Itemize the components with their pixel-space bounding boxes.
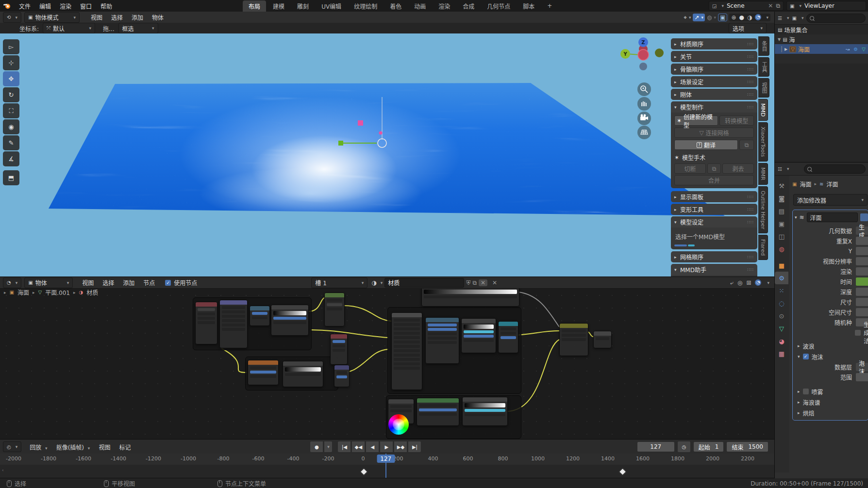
- sidebar-tab-mmr[interactable]: MMR: [758, 163, 768, 185]
- menu-add[interactable]: 添加: [127, 12, 148, 22]
- properties-search-input[interactable]: [804, 164, 866, 174]
- sidebar-tab-view[interactable]: 视图: [758, 78, 769, 98]
- use-nodes-checkbox[interactable]: ✓: [165, 280, 171, 286]
- menu-edit[interactable]: 编辑: [35, 1, 55, 11]
- pan-view-button[interactable]: [637, 97, 651, 111]
- node-menu-view[interactable]: 视图: [78, 277, 98, 288]
- tool-rotate[interactable]: ↻: [3, 87, 19, 102]
- mesh-data-icon[interactable]: ▽: [862, 47, 868, 52]
- jump-end-button[interactable]: ▶|: [408, 441, 421, 453]
- add-modifier-dropdown[interactable]: 添加修改器▾: [793, 194, 868, 206]
- render-resolution-field[interactable]: [856, 267, 868, 276]
- add-workspace-button[interactable]: +: [541, 1, 558, 11]
- tab-object[interactable]: ■: [775, 259, 788, 272]
- shader-node[interactable]: [195, 302, 217, 344]
- tab-shading[interactable]: 着色: [384, 0, 407, 12]
- panel-joints[interactable]: ▸关节∷∷: [671, 51, 757, 62]
- tab-modifiers[interactable]: ⚙: [775, 272, 788, 284]
- node-menu-select[interactable]: 选择: [98, 277, 118, 288]
- expand-icon[interactable]: ▶: [785, 47, 787, 51]
- material-name-field[interactable]: 材质: [384, 278, 464, 288]
- panel-mmd-helper[interactable]: ▾MMD助手∷∷: [671, 264, 757, 275]
- perspective-toggle-button[interactable]: [637, 126, 651, 139]
- select-visibility-dropdown[interactable]: ⌖▾: [684, 14, 691, 21]
- shader-node[interactable]: [250, 306, 270, 326]
- shader-node[interactable]: [593, 331, 612, 348]
- frame-end-field[interactable]: 结束1500: [726, 441, 768, 452]
- panel-rigid-body[interactable]: ▸刚体∷∷: [671, 89, 757, 100]
- shader-editor[interactable]: ▸ ▣ 海面 ▸ ▽ 平面.001 ▸ ◑ 材质: [0, 277, 774, 439]
- sidebar-tab-mmd[interactable]: MMD: [758, 99, 768, 121]
- gizmo-toggle[interactable]: ↗▾: [693, 14, 705, 21]
- tab-render[interactable]: ◙: [775, 192, 788, 205]
- foam-range-field[interactable]: [856, 373, 868, 381]
- camera-view-button[interactable]: [637, 112, 651, 125]
- convert-model-button[interactable]: 转换模型: [719, 115, 754, 126]
- tab-rendering[interactable]: 渲染: [433, 0, 456, 12]
- tab-uv[interactable]: UV编辑: [316, 0, 347, 12]
- size-field[interactable]: [856, 298, 868, 306]
- tool-select-box[interactable]: ▻: [3, 39, 19, 54]
- shader-node[interactable]: [559, 323, 588, 356]
- shader-node[interactable]: [330, 334, 348, 365]
- subpanel-waves[interactable]: ▸波浪: [795, 341, 868, 351]
- animation-icon[interactable]: ↝: [846, 47, 850, 52]
- sidebar-tab-xiaoertools[interactable]: XiaoerTools: [758, 122, 768, 161]
- keyframe-diamond[interactable]: [619, 468, 627, 476]
- tool-measure[interactable]: ∡: [3, 151, 19, 166]
- shading-material-icon[interactable]: ◑: [747, 14, 752, 21]
- outliner-filter-icon[interactable]: ▣: [792, 16, 797, 21]
- tool-annotate[interactable]: ✎: [3, 135, 19, 150]
- shader-node[interactable]: [324, 293, 345, 326]
- xray-toggle[interactable]: ▣: [718, 14, 727, 21]
- frame-start-field[interactable]: 起始1: [693, 441, 724, 452]
- node-editor-type-dropdown[interactable]: ◔▾: [3, 277, 21, 288]
- shading-solid-icon[interactable]: ●: [739, 14, 744, 21]
- shader-node[interactable]: [417, 398, 459, 426]
- pin-node-icon[interactable]: ✕: [492, 279, 497, 286]
- spray-checkbox[interactable]: [803, 389, 809, 394]
- next-keyframe-button[interactable]: ▶◆: [394, 441, 407, 453]
- menu-file[interactable]: 文件: [15, 1, 35, 11]
- navigation-gizmo[interactable]: Z Y: [617, 36, 675, 148]
- shader-node[interactable]: [461, 318, 496, 353]
- menu-object[interactable]: 物体: [148, 12, 168, 22]
- panel-model-production[interactable]: ▾模型制作∷∷: [671, 101, 757, 113]
- sidebar-tab-tool[interactable]: 工具: [758, 57, 769, 77]
- material-sphere-icon[interactable]: ◑: [371, 279, 376, 286]
- shading-dropdown[interactable]: ▾: [766, 15, 768, 20]
- panel-mesh-order[interactable]: ▸网格顺序∷∷: [671, 251, 757, 262]
- tab-constraints[interactable]: ⊙: [775, 309, 788, 322]
- panel-display[interactable]: ▸显示面板∷∷: [671, 191, 757, 202]
- viewport-3d[interactable]: ▻ ⊹ ✥ ↻ ⛶ ◉ ✎ ∡ ⬒ Z Y ▸材质顺序∷∷: [0, 33, 774, 277]
- blender-logo-icon[interactable]: [0, 2, 15, 9]
- panel-model-setup[interactable]: ▾模型设定∷∷: [671, 216, 757, 228]
- modifier-wrench-icon[interactable]: ⚙: [851, 47, 860, 52]
- tab-compositing[interactable]: 合成: [457, 0, 480, 12]
- subpanel-spectrum[interactable]: ▸海浪谱: [795, 397, 868, 407]
- tab-scripting[interactable]: 脚本: [517, 0, 540, 12]
- timeline-tracks[interactable]: ‹: [0, 465, 774, 478]
- tab-output[interactable]: ▤: [775, 205, 788, 217]
- route-icon[interactable]: ⤶: [730, 279, 734, 286]
- orientation-dropdown[interactable]: ⤱ 默认 ▾: [43, 23, 95, 33]
- marker-menu[interactable]: 标记: [115, 442, 135, 452]
- playhead-frame-badge[interactable]: 127: [377, 455, 395, 463]
- tab-scene[interactable]: ◫: [775, 230, 788, 243]
- tool-transform[interactable]: ◉: [3, 119, 19, 134]
- menu-help[interactable]: 帮助: [96, 1, 117, 11]
- create-model-button[interactable]: ✶创建新的模型: [674, 115, 718, 126]
- cut-button[interactable]: 切断: [674, 163, 706, 174]
- shader-node[interactable]: [334, 365, 350, 387]
- playback-menu[interactable]: 回放 ▾: [25, 442, 51, 452]
- record-button[interactable]: ●: [310, 441, 323, 453]
- geometry-dropdown[interactable]: 生成: [856, 227, 868, 235]
- use-preview-range-button[interactable]: ◷: [677, 441, 691, 453]
- viewlayer-selector[interactable]: ▣▾ ViewLayer: [786, 1, 866, 11]
- tab-modeling[interactable]: 建模: [267, 0, 290, 12]
- tab-world[interactable]: ◍: [775, 243, 788, 255]
- viewport-resolution-field[interactable]: [856, 257, 868, 265]
- tab-material[interactable]: ◕: [775, 335, 788, 347]
- shader-node[interactable]: [248, 360, 279, 385]
- menu-render[interactable]: 渲染: [55, 1, 76, 11]
